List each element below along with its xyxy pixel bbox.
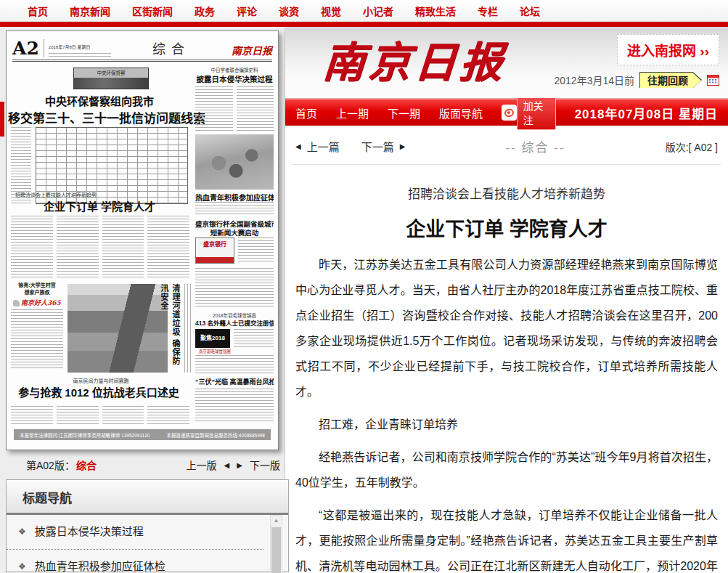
- article-paragraph: “这都是被逼出来的，现在技能人才急缺，订单培养不仅能让企业储备一批人才，更能按照…: [295, 503, 718, 573]
- paper-vertical-caption: [184, 284, 191, 373]
- paper-focus-text: [234, 329, 274, 348]
- left-column: A2 2018年7月8日 星期日 综合 南京日报 中央环保督察 中央环保督察组向…: [0, 27, 285, 573]
- paper-badminton-headline: 413 名外籍人士已提交注册信息: [195, 318, 274, 327]
- paper-focus-row: 聚焦2018: [195, 329, 274, 348]
- title-nav-scrollbar[interactable]: ▲: [270, 515, 282, 573]
- top-nav-gov[interactable]: 政务: [195, 4, 215, 18]
- weibo-icon[interactable]: [502, 105, 517, 121]
- title-nav-item[interactable]: ❖ 热血青年积极参加应征体检: [7, 550, 263, 573]
- paper-villager-text: [11, 309, 63, 370]
- top-nav-district-news[interactable]: 区街新闻: [132, 4, 173, 18]
- next-article-link[interactable]: 下一篇: [361, 139, 394, 154]
- next-page-link[interactable]: 下一版: [250, 458, 280, 472]
- section-label: -- 综合 --: [405, 137, 665, 155]
- top-nav-vision[interactable]: 视觉: [321, 4, 341, 18]
- archive-button[interactable]: 往期回顾: [639, 72, 702, 88]
- paper-center-text: [11, 216, 189, 278]
- next-article-icon[interactable]: ▶: [400, 142, 406, 150]
- scrollbar-thumb[interactable]: [271, 527, 281, 573]
- paper-villager-headline-1: 徐亮:大学生村官: [11, 281, 63, 288]
- prev-article-icon[interactable]: ◀: [295, 142, 301, 150]
- focus-2018-box: 聚焦2018: [195, 329, 230, 348]
- calendar-icon[interactable]: [707, 75, 719, 86]
- paper-main-headline: 中央环保督察组向我市 移交第三十、三十一批信访问题线索: [8, 93, 191, 126]
- prev-page-link[interactable]: 上一版: [187, 458, 217, 472]
- top-nav-tanzi[interactable]: 谈资: [279, 4, 299, 18]
- paper-mini-logo: 南京日报: [232, 43, 272, 57]
- paper-exam-text: [195, 202, 274, 215]
- left-edge-banner: [0, 102, 4, 137]
- paper-right-headline: 披露日本侵华决策过程: [195, 73, 274, 84]
- paper-villager-headline-2: 想家户族叔: [11, 288, 63, 296]
- paper-editor-line: [49, 53, 111, 57]
- top-nav-comment[interactable]: 评论: [237, 4, 257, 18]
- paper-right-text: [195, 86, 274, 131]
- prev-page-icon[interactable]: ◀: [224, 461, 230, 469]
- top-nav: 首页 南京新闻 区街新闻 政务 评论 谈资 视觉 小记者 精致生活 专栏 论坛: [0, 0, 728, 22]
- paper-inspection-banner: 中央环保督察: [73, 68, 149, 89]
- top-nav-home[interactable]: 首页: [28, 4, 48, 18]
- title-nav-item-label: 热血青年积极参加应征体检: [35, 558, 165, 573]
- red-divider: [0, 22, 728, 27]
- paper-photo-exam: [195, 134, 274, 190]
- paper-center-headline: 企业下订单 学院育人才: [8, 198, 191, 214]
- archive-date: 2012年3月14日前: [554, 73, 634, 87]
- newspaper-logo[interactable]: 南京日报: [321, 28, 508, 89]
- bullet-icon: ❖: [18, 561, 26, 572]
- top-nav-nanjing-news[interactable]: 南京新闻: [70, 4, 110, 18]
- focus-2018-sub: 南京羽毛球世锦赛: [195, 349, 234, 354]
- top-nav-forum[interactable]: 论坛: [520, 4, 540, 18]
- issue-date: 2018年07月08日 星期日: [575, 104, 718, 122]
- layout-nav-link[interactable]: 版面导航: [439, 105, 483, 121]
- paper-right-text-4: [195, 389, 274, 423]
- next-issue-link[interactable]: 下一期: [388, 105, 420, 121]
- paper-right-text-2: [195, 268, 274, 309]
- paper-footer-right: 本报投递质量暨新闻信息服务热线:4008885998: [167, 431, 265, 439]
- top-nav-life[interactable]: 精致生活: [415, 4, 456, 18]
- title-nav-header: 标题导航: [7, 480, 288, 515]
- title-nav-item-label: 披露日本侵华决策过程: [35, 524, 144, 540]
- weibo-follow-button[interactable]: 加关注: [517, 96, 556, 130]
- paper-bank-text: [238, 237, 274, 264]
- prev-article-link[interactable]: 上一篇: [307, 139, 340, 154]
- paper-bottom-text: [11, 406, 189, 425]
- paper-villager-box: 徐亮:大学生村官 想家户族叔 南京好人365: [11, 281, 63, 370]
- paper-right-kicker: 中日学者联合编撰史料: [195, 66, 274, 73]
- title-nav-list: ❖ 披露日本侵华决策过程 ❖ 热血青年积极参加应征体检 ❖ 盛京银行杯全国副省级…: [7, 515, 288, 573]
- thumbs-up-icon: [13, 300, 20, 306]
- paper-exam-headline: 热血青年积极参加应征体检: [195, 192, 274, 203]
- paper-center-kicker: 招聘洽谈会上看技能人才培养新趋势: [15, 191, 131, 198]
- paper-bank-headline-2: 短新闻大赛启动: [195, 227, 274, 237]
- paper-dateline: 2018年7月8日 星期日: [49, 38, 111, 57]
- paper-banner-text: 中央环保督察: [74, 68, 148, 78]
- paper-header: A2 2018年7月8日 星期日 综合 南京日报: [12, 36, 272, 62]
- masthead: 南京日报 进入南报网 ›› 2012年3月14日前 往期回顾: [285, 27, 728, 98]
- bank-logo-red-strip: [196, 257, 234, 263]
- scroll-up-icon[interactable]: ▲: [271, 516, 282, 526]
- page-label: 第A02版：: [26, 458, 75, 472]
- paper-bank-logo-row: 盛京银行: [195, 237, 274, 264]
- title-nav-item[interactable]: ❖ 披露日本侵华决策过程: [7, 515, 263, 550]
- newspaper-page-scan[interactable]: A2 2018年7月8日 星期日 综合 南京日报 中央环保督察 中央环保督察组向…: [6, 31, 279, 450]
- issue-home-link[interactable]: 首页: [295, 105, 317, 121]
- paper-banner-photo: [74, 78, 148, 89]
- bullet-icon: ❖: [18, 527, 26, 537]
- top-nav-junior-reporter[interactable]: 小记者: [363, 4, 393, 18]
- paper-bottom-headline: 参与抢救 1012 位抗战老兵口述史: [8, 384, 189, 399]
- paper-bottom-kicker: 南京民间力量与时间赛跑: [36, 377, 166, 384]
- enter-site-button[interactable]: 进入南报网 ››: [617, 34, 719, 65]
- paper-right-text-3: [195, 355, 274, 374]
- title-nav-panel: 标题导航 ❖ 披露日本侵华决策过程 ❖ 热血青年积极参加应征体检 ❖ 盛京银行杯…: [6, 479, 289, 572]
- paper-main-headline-line1: 中央环保督察组向我市: [8, 93, 191, 108]
- weibo-eye-glyph: [504, 107, 515, 117]
- paper-photo-river: [68, 284, 168, 373]
- paper-footer-bar: 本报常年法律顾问:江苏朗华律师事务所胡敏律师 13952091120 本报投递质…: [14, 429, 271, 440]
- article-paragraph: 经艳燕告诉记者，公司和南京技师学院合作的“苏美达”班今年9月将首次招生，40位学…: [295, 444, 718, 495]
- prev-issue-link[interactable]: 上一期: [336, 105, 369, 121]
- next-page-icon[interactable]: ▶: [237, 461, 242, 469]
- page-switch-row: 第A02版： 综合 上一版 ◀ ▶ 下一版: [6, 458, 283, 472]
- top-nav-column[interactable]: 专栏: [478, 4, 498, 18]
- article-body: 昨天，江苏苏美达五金工具有限公司人力资源部经理经艳燕来到南京国际博览中心为企业寻…: [285, 252, 728, 573]
- article-kicker: 招聘洽谈会上看技能人才培养新趋势: [285, 184, 728, 202]
- article-nav-row: ◀ 上一篇 下一篇 ▶ -- 综合 -- 版次:[ A02 ]: [293, 131, 721, 165]
